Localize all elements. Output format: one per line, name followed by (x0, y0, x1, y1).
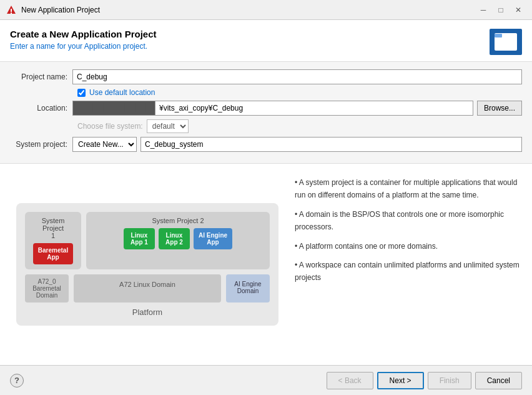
filesystem-row: Choose file system: default (10, 119, 522, 133)
system-project-label: System project: (10, 140, 72, 149)
info-text: • A system project is a container for mu… (295, 176, 522, 291)
dialog-subtitle: Enter a name for your Application projec… (10, 42, 157, 51)
domains-row: A72_0BaremetalDomain A72 Linux Domain AI… (25, 274, 270, 302)
linux-domain-box: A72 Linux Domain (74, 274, 221, 302)
dialog-title: Create a New Application Project (10, 29, 157, 39)
filesystem-select[interactable]: default (147, 119, 189, 133)
system-project-select[interactable]: Create New... (72, 137, 137, 152)
project-name-input[interactable] (72, 69, 522, 84)
filesystem-label: Choose file system: (77, 122, 143, 131)
window-title: New Application Project (21, 6, 476, 14)
info-area: • A system project is a container for mu… (295, 171, 522, 358)
next-button[interactable]: Next > (377, 372, 424, 389)
title-bar: New Application Project ─ □ ✕ (0, 0, 532, 20)
location-input[interactable] (155, 101, 473, 116)
system-project-name-input[interactable] (140, 137, 522, 152)
platform-diagram: SystemProject1 BaremetalApp System Proje… (16, 203, 278, 326)
linux-app2-box: LinuxApp 2 (159, 228, 190, 249)
location-input-wrapper: ██████████████ (72, 101, 473, 116)
header-section: Create a New Application Project Enter a… (0, 20, 532, 62)
linux-app1-box: LinuxApp 1 (124, 228, 155, 249)
header-icon (490, 29, 522, 55)
browse-button[interactable]: Browse... (477, 101, 522, 116)
sp1-title: SystemProject1 (42, 217, 65, 239)
dialog-content: Create a New Application Project Enter a… (0, 20, 532, 365)
header-text: Create a New Application Project Enter a… (10, 29, 157, 51)
maximize-button[interactable]: □ (493, 4, 508, 16)
sp2-title: System Project 2 (91, 217, 265, 224)
footer-left: ? (10, 374, 24, 388)
projects-row: SystemProject1 BaremetalApp System Proje… (25, 212, 270, 269)
diagram-area: SystemProject1 BaremetalApp System Proje… (10, 171, 285, 358)
back-button[interactable]: < Back (327, 372, 373, 389)
use-default-location-checkbox[interactable] (77, 89, 86, 97)
info-bullet1: • A system project is a container for mu… (295, 176, 522, 202)
location-row: Location: ██████████████ Browse... (10, 101, 522, 116)
sp2-apps-row: LinuxApp 1 LinuxApp 2 AI EngineApp (91, 228, 265, 249)
help-button[interactable]: ? (10, 374, 24, 388)
system-project-row: System project: Create New... (10, 137, 522, 152)
close-button[interactable]: ✕ (511, 4, 526, 16)
baremetal-app-box: BaremetalApp (33, 243, 73, 264)
location-prefix: ██████████████ (72, 101, 155, 116)
finish-button[interactable]: Finish (428, 372, 471, 389)
use-default-location-label[interactable]: Use default location (89, 88, 155, 97)
info-bullet4: • A workspace can contain unlimited plat… (295, 259, 522, 284)
system-project-2-box: System Project 2 LinuxApp 1 LinuxApp 2 A… (86, 212, 270, 269)
ai-engine-domain-box: AI EngineDomain (226, 274, 270, 302)
info-bullet3: • A platform contains one or more domain… (295, 240, 522, 252)
ai-engine-app-box: AI EngineApp (194, 228, 232, 249)
footer: ? < Back Next > Finish Cancel (0, 365, 532, 395)
cancel-button[interactable]: Cancel (475, 372, 522, 389)
location-label: Location: (10, 104, 72, 112)
baremetal-domain-box: A72_0BaremetalDomain (25, 274, 69, 302)
svg-rect-1 (11, 9, 12, 12)
footer-right: < Back Next > Finish Cancel (327, 372, 522, 389)
system-project-1-box: SystemProject1 BaremetalApp (25, 212, 81, 269)
platform-label: Platform (25, 308, 270, 317)
project-name-label: Project name: (10, 72, 72, 81)
main-section: SystemProject1 BaremetalApp System Proje… (0, 164, 532, 365)
info-bullet2: • A domain is the BSP/OS that controls o… (295, 208, 522, 234)
project-name-row: Project name: (10, 69, 522, 84)
app-icon (6, 5, 16, 15)
minimize-button[interactable]: ─ (476, 4, 491, 16)
svg-rect-2 (11, 12, 12, 14)
use-default-location-row: Use default location (10, 88, 522, 97)
window-controls: ─ □ ✕ (476, 4, 526, 16)
form-section: Project name: Use default location Locat… (0, 62, 532, 164)
